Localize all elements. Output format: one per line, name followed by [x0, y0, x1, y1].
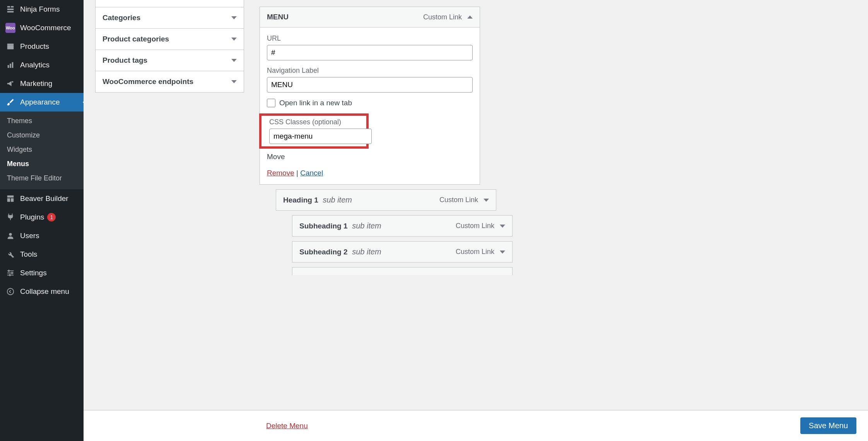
sub-item-label: sub item: [323, 196, 352, 204]
svg-rect-7: [10, 63, 11, 68]
wrench-icon: [5, 249, 15, 259]
menu-item-header[interactable]: Subheading 2 sub item Custom Link: [292, 242, 512, 262]
main-content: Categories Product categories Product ta…: [84, 0, 868, 441]
layout-icon: [5, 194, 15, 204]
accordion-title: Product tags: [103, 56, 147, 65]
plugin-update-badge: 1: [47, 213, 56, 221]
appearance-submenu: Themes Customize Widgets Menus Theme Fil…: [0, 112, 84, 189]
url-label: URL: [267, 34, 473, 43]
svg-rect-15: [7, 273, 14, 273]
menu-item-partial: [292, 267, 513, 275]
svg-rect-18: [12, 272, 13, 274]
chevron-down-icon: [231, 59, 237, 62]
accordion-woocommerce-endpoints[interactable]: WooCommerce endpoints: [95, 71, 244, 93]
svg-rect-14: [7, 271, 14, 271]
menu-item-header[interactable]: Heading 1 sub item Custom Link: [276, 190, 496, 210]
sidebar-item-tools[interactable]: Tools: [0, 245, 84, 264]
submenu-theme-editor[interactable]: Theme File Editor: [0, 171, 84, 185]
submenu-themes[interactable]: Themes: [0, 114, 84, 128]
delete-menu-link[interactable]: Delete Menu: [266, 422, 308, 430]
sidebar-label: Tools: [20, 250, 37, 259]
nav-label: Navigation Label: [267, 67, 473, 75]
sliders-icon: [5, 268, 15, 278]
menu-item-type: Custom Link: [456, 222, 494, 230]
sub-item-label: sub item: [352, 247, 381, 256]
sidebar-item-plugins[interactable]: Plugins 1: [0, 208, 84, 227]
field-css-classes: CSS Classes (optional): [269, 118, 363, 144]
menu-item-type: Custom Link: [423, 13, 462, 21]
submenu-customize[interactable]: Customize: [0, 128, 84, 142]
svg-rect-12: [11, 198, 14, 202]
css-classes-label: CSS Classes (optional): [269, 118, 363, 126]
sidebar-item-beaver-builder[interactable]: Beaver Builder: [0, 189, 84, 208]
sidebar-item-appearance[interactable]: Appearance: [0, 93, 84, 112]
accordion-blank-top: [95, 0, 244, 7]
chevron-down-icon: [231, 80, 237, 83]
menu-item-title: Heading 1: [283, 196, 318, 204]
sidebar-label: Appearance: [20, 98, 60, 106]
woocommerce-icon: Woo: [5, 23, 15, 33]
url-input[interactable]: [267, 45, 473, 60]
menu-item-subheading-2: Subheading 2 sub item Custom Link: [292, 241, 513, 263]
field-navigation-label: Navigation Label: [267, 67, 473, 93]
menu-item-subheading-1: Subheading 1 sub item Custom Link: [292, 215, 513, 237]
svg-rect-8: [12, 62, 14, 68]
chart-bar-icon: [5, 60, 15, 70]
sidebar-item-ninja-forms[interactable]: Ninja Forms: [0, 0, 84, 19]
sidebar-label: Collapse menu: [20, 287, 69, 296]
sidebar-collapse[interactable]: Collapse menu: [0, 282, 84, 301]
nav-label-input[interactable]: [267, 77, 473, 93]
chevron-down-icon: [231, 38, 237, 41]
sidebar-item-users[interactable]: Users: [0, 227, 84, 245]
item-action-links: Remove | Cancel: [267, 169, 473, 177]
menu-item-header[interactable]: Subheading 1 sub item Custom Link: [292, 216, 512, 236]
open-new-tab-checkbox[interactable]: [267, 99, 275, 107]
remove-link[interactable]: Remove: [267, 169, 294, 177]
chevron-up-icon: [467, 15, 473, 19]
admin-sidebar: Ninja Forms Woo WooCommerce Products Ana…: [0, 0, 84, 441]
menu-item-heading-1: Heading 1 sub item Custom Link: [276, 189, 496, 211]
sidebar-item-marketing[interactable]: Marketing: [0, 74, 84, 93]
accordion-title: Categories: [103, 14, 140, 22]
accordion-title: WooCommerce endpoints: [103, 77, 193, 86]
menu-item-settings: URL Navigation Label Open link in a new …: [260, 27, 480, 184]
menu-footer-bar: Delete Menu Save Menu: [84, 410, 868, 441]
svg-point-9: [12, 81, 14, 83]
sidebar-item-analytics[interactable]: Analytics: [0, 56, 84, 74]
save-menu-button[interactable]: Save Menu: [800, 417, 856, 434]
collapse-icon: [5, 287, 15, 297]
field-url: URL: [267, 34, 473, 60]
sidebar-item-settings[interactable]: Settings: [0, 264, 84, 282]
sidebar-label: Beaver Builder: [20, 194, 68, 203]
menu-item-header[interactable]: MENU Custom Link: [260, 7, 480, 27]
svg-rect-1: [11, 6, 14, 8]
sidebar-item-products[interactable]: Products: [0, 37, 84, 56]
submenu-widgets[interactable]: Widgets: [0, 142, 84, 157]
chevron-down-icon: [500, 225, 505, 228]
svg-rect-11: [7, 198, 10, 202]
menu-item-type: Custom Link: [439, 196, 478, 204]
sidebar-label: Products: [20, 42, 49, 51]
open-new-tab-label: Open link in a new tab: [279, 99, 352, 107]
megaphone-icon: [5, 79, 15, 89]
submenu-menus[interactable]: Menus: [0, 157, 84, 171]
svg-rect-2: [7, 9, 14, 10]
user-icon: [5, 231, 15, 241]
accordion-product-tags[interactable]: Product tags: [95, 50, 244, 71]
svg-rect-6: [8, 65, 9, 68]
sidebar-item-woocommerce[interactable]: Woo WooCommerce: [0, 19, 84, 37]
css-classes-highlight: CSS Classes (optional): [259, 113, 369, 149]
menu-item-title: MENU: [267, 13, 289, 21]
sidebar-label: Users: [20, 232, 39, 240]
svg-rect-0: [7, 6, 10, 8]
accordion-product-categories[interactable]: Product categories: [95, 29, 244, 50]
accordion-categories[interactable]: Categories: [95, 7, 244, 29]
css-classes-input[interactable]: [269, 129, 372, 144]
menu-item-title: Subheading 2: [299, 248, 348, 256]
cancel-link[interactable]: Cancel: [300, 169, 323, 177]
sidebar-label: Analytics: [20, 61, 50, 69]
menu-item-type: Custom Link: [456, 248, 494, 256]
plug-icon: [5, 212, 15, 222]
sidebar-label: Ninja Forms: [20, 5, 60, 14]
chevron-down-icon: [484, 199, 489, 202]
